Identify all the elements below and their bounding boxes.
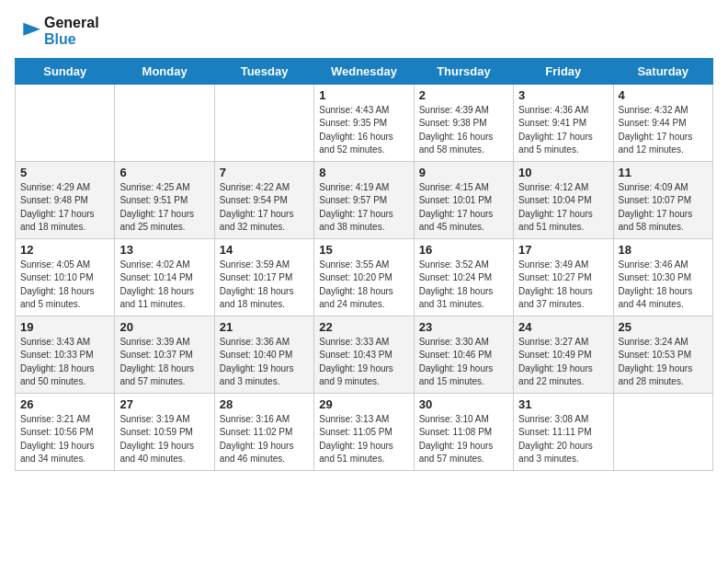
calendar-cell: 21Sunrise: 3:36 AMSunset: 10:40 PMDaylig… xyxy=(214,316,313,393)
day-info: Sunrise: 3:16 AMSunset: 11:02 PMDaylight… xyxy=(220,413,309,466)
weekday-header-wednesday: Wednesday xyxy=(314,58,414,84)
day-info: Sunrise: 4:39 AMSunset: 9:38 PMDaylight:… xyxy=(419,104,508,157)
day-info: Sunrise: 3:46 AMSunset: 10:30 PMDaylight… xyxy=(619,259,708,312)
day-number: 27 xyxy=(119,397,209,411)
weekday-header-thursday: Thursday xyxy=(414,58,513,84)
calendar-cell: 8Sunrise: 4:19 AMSunset: 9:57 PMDaylight… xyxy=(314,161,414,238)
calendar-cell: 4Sunrise: 4:32 AMSunset: 9:44 PMDaylight… xyxy=(613,84,712,161)
day-number: 3 xyxy=(518,88,608,102)
day-info: Sunrise: 4:12 AMSunset: 10:04 PMDaylight… xyxy=(518,181,608,235)
week-row-4: 26Sunrise: 3:21 AMSunset: 10:56 PMDaylig… xyxy=(16,393,713,470)
calendar-cell: 26Sunrise: 3:21 AMSunset: 10:56 PMDaylig… xyxy=(16,393,115,470)
day-info: Sunrise: 4:36 AMSunset: 9:41 PMDaylight:… xyxy=(518,104,608,157)
calendar-cell: 25Sunrise: 3:24 AMSunset: 10:53 PMDaylig… xyxy=(613,316,712,393)
calendar-cell: 5Sunrise: 4:29 AMSunset: 9:48 PMDaylight… xyxy=(16,161,115,238)
calendar-cell: 2Sunrise: 4:39 AMSunset: 9:38 PMDaylight… xyxy=(414,84,513,161)
day-info: Sunrise: 3:08 AMSunset: 11:11 PMDaylight… xyxy=(518,413,608,466)
day-info: Sunrise: 4:15 AMSunset: 10:01 PMDaylight… xyxy=(419,181,508,235)
day-info: Sunrise: 3:24 AMSunset: 10:53 PMDaylight… xyxy=(619,336,708,389)
week-row-1: 5Sunrise: 4:29 AMSunset: 9:48 PMDaylight… xyxy=(16,161,713,238)
calendar-cell: 18Sunrise: 3:46 AMSunset: 10:30 PMDaylig… xyxy=(613,238,712,316)
calendar-cell: 10Sunrise: 4:12 AMSunset: 10:04 PMDaylig… xyxy=(514,161,613,238)
day-number: 16 xyxy=(419,243,508,257)
calendar-cell: 11Sunrise: 4:09 AMSunset: 10:07 PMDaylig… xyxy=(613,161,712,238)
weekday-header-row: SundayMondayTuesdayWednesdayThursdayFrid… xyxy=(16,58,713,84)
day-number: 25 xyxy=(619,320,708,334)
day-number: 11 xyxy=(619,166,708,179)
day-info: Sunrise: 4:09 AMSunset: 10:07 PMDaylight… xyxy=(619,181,708,235)
calendar-cell: 15Sunrise: 3:55 AMSunset: 10:20 PMDaylig… xyxy=(314,238,414,316)
logo: GeneralBlue xyxy=(15,15,99,49)
day-number: 21 xyxy=(220,320,309,334)
day-info: Sunrise: 4:19 AMSunset: 9:57 PMDaylight:… xyxy=(319,181,408,235)
calendar-cell: 24Sunrise: 3:27 AMSunset: 10:49 PMDaylig… xyxy=(514,316,613,393)
day-number: 22 xyxy=(319,320,408,334)
day-number: 12 xyxy=(20,243,109,257)
calendar-cell: 19Sunrise: 3:43 AMSunset: 10:33 PMDaylig… xyxy=(16,316,115,393)
day-info: Sunrise: 4:29 AMSunset: 9:48 PMDaylight:… xyxy=(20,181,109,235)
day-number: 13 xyxy=(119,243,209,257)
day-info: Sunrise: 4:22 AMSunset: 9:54 PMDaylight:… xyxy=(220,181,309,235)
calendar-cell: 16Sunrise: 3:52 AMSunset: 10:24 PMDaylig… xyxy=(414,238,513,316)
day-info: Sunrise: 4:32 AMSunset: 9:44 PMDaylight:… xyxy=(619,104,708,157)
calendar-cell: 3Sunrise: 4:36 AMSunset: 9:41 PMDaylight… xyxy=(514,84,613,161)
day-number: 1 xyxy=(319,88,408,102)
day-info: Sunrise: 4:43 AMSunset: 9:35 PMDaylight:… xyxy=(319,104,408,157)
day-info: Sunrise: 3:52 AMSunset: 10:24 PMDaylight… xyxy=(419,259,508,312)
calendar-cell: 23Sunrise: 3:30 AMSunset: 10:46 PMDaylig… xyxy=(414,316,513,393)
day-number: 15 xyxy=(319,243,408,257)
day-info: Sunrise: 3:27 AMSunset: 10:49 PMDaylight… xyxy=(518,336,608,389)
calendar: SundayMondayTuesdayWednesdayThursdayFrid… xyxy=(15,58,713,471)
weekday-header-saturday: Saturday xyxy=(613,58,712,84)
weekday-header-friday: Friday xyxy=(514,58,613,84)
calendar-cell: 31Sunrise: 3:08 AMSunset: 11:11 PMDaylig… xyxy=(514,393,613,470)
logo-blue: Blue xyxy=(44,31,99,48)
day-number: 6 xyxy=(119,166,209,179)
calendar-cell xyxy=(214,84,313,161)
logo-general: General xyxy=(44,15,99,31)
day-number: 23 xyxy=(419,320,508,334)
week-row-0: 1Sunrise: 4:43 AMSunset: 9:35 PMDaylight… xyxy=(16,84,713,161)
svg-marker-0 xyxy=(23,23,40,36)
day-number: 2 xyxy=(419,88,508,102)
day-info: Sunrise: 3:39 AMSunset: 10:37 PMDaylight… xyxy=(119,336,209,389)
day-info: Sunrise: 4:25 AMSunset: 9:51 PMDaylight:… xyxy=(119,181,209,235)
logo-bird-icon xyxy=(15,18,40,44)
day-info: Sunrise: 3:19 AMSunset: 10:59 PMDaylight… xyxy=(119,413,209,466)
day-number: 24 xyxy=(518,320,608,334)
calendar-cell: 13Sunrise: 4:02 AMSunset: 10:14 PMDaylig… xyxy=(115,238,214,316)
day-number: 19 xyxy=(20,320,109,334)
day-info: Sunrise: 3:43 AMSunset: 10:33 PMDaylight… xyxy=(20,336,109,389)
day-number: 5 xyxy=(20,166,109,179)
day-number: 30 xyxy=(419,397,508,411)
day-number: 20 xyxy=(119,320,209,334)
calendar-cell: 20Sunrise: 3:39 AMSunset: 10:37 PMDaylig… xyxy=(115,316,214,393)
header: GeneralBlue xyxy=(15,15,713,49)
calendar-cell: 29Sunrise: 3:13 AMSunset: 11:05 PMDaylig… xyxy=(314,393,414,470)
weekday-header-tuesday: Tuesday xyxy=(214,58,313,84)
day-info: Sunrise: 3:55 AMSunset: 10:20 PMDaylight… xyxy=(319,259,408,312)
day-info: Sunrise: 3:49 AMSunset: 10:27 PMDaylight… xyxy=(518,259,608,312)
calendar-cell: 22Sunrise: 3:33 AMSunset: 10:43 PMDaylig… xyxy=(314,316,414,393)
day-info: Sunrise: 3:30 AMSunset: 10:46 PMDaylight… xyxy=(419,336,508,389)
calendar-cell: 12Sunrise: 4:05 AMSunset: 10:10 PMDaylig… xyxy=(16,238,115,316)
day-number: 26 xyxy=(20,397,109,411)
day-info: Sunrise: 4:05 AMSunset: 10:10 PMDaylight… xyxy=(20,259,109,312)
calendar-cell: 30Sunrise: 3:10 AMSunset: 11:08 PMDaylig… xyxy=(414,393,513,470)
day-number: 14 xyxy=(220,243,309,257)
day-info: Sunrise: 3:13 AMSunset: 11:05 PMDaylight… xyxy=(319,413,408,466)
day-number: 31 xyxy=(518,397,608,411)
weekday-header-monday: Monday xyxy=(115,58,214,84)
week-row-2: 12Sunrise: 4:05 AMSunset: 10:10 PMDaylig… xyxy=(16,238,713,316)
day-info: Sunrise: 3:33 AMSunset: 10:43 PMDaylight… xyxy=(319,336,408,389)
calendar-cell: 6Sunrise: 4:25 AMSunset: 9:51 PMDaylight… xyxy=(115,161,214,238)
day-number: 10 xyxy=(518,166,608,179)
weekday-header-sunday: Sunday xyxy=(16,58,115,84)
day-info: Sunrise: 3:59 AMSunset: 10:17 PMDaylight… xyxy=(220,259,309,312)
week-row-3: 19Sunrise: 3:43 AMSunset: 10:33 PMDaylig… xyxy=(16,316,713,393)
calendar-cell: 14Sunrise: 3:59 AMSunset: 10:17 PMDaylig… xyxy=(214,238,313,316)
day-number: 8 xyxy=(319,166,408,179)
calendar-cell: 7Sunrise: 4:22 AMSunset: 9:54 PMDaylight… xyxy=(214,161,313,238)
calendar-cell xyxy=(115,84,214,161)
day-info: Sunrise: 3:21 AMSunset: 10:56 PMDaylight… xyxy=(20,413,109,466)
